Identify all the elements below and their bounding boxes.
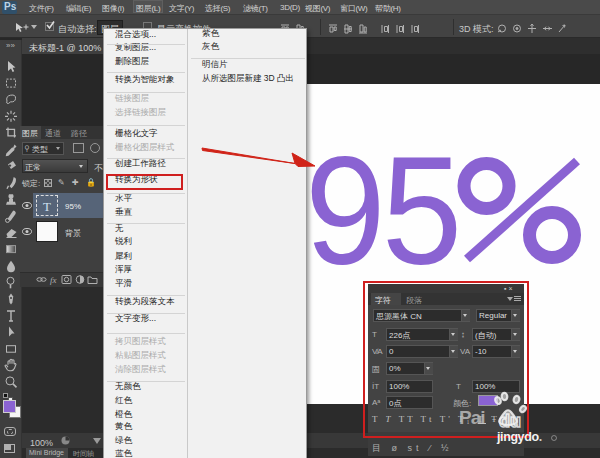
svg-text:fx: fx bbox=[50, 275, 57, 285]
